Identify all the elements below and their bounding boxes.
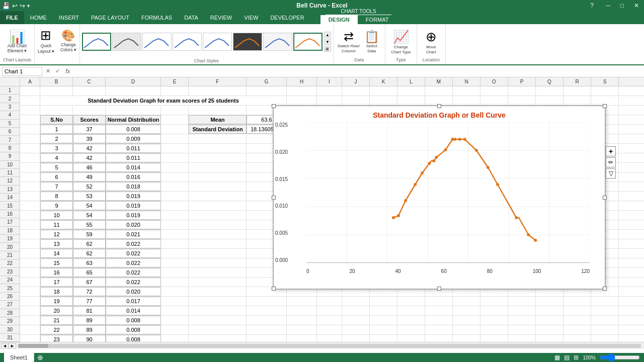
move-chart-btn[interactable]: ⊕ MoveChart bbox=[420, 26, 442, 57]
add-chart-element-btn[interactable]: 📊 Add ChartElement ▾ bbox=[7, 26, 28, 57]
horizontal-scrollbar[interactable]: ◄ ► bbox=[0, 342, 644, 349]
row-header-24[interactable]: 24 bbox=[0, 276, 20, 284]
row-header-4[interactable]: 4 bbox=[0, 111, 20, 119]
chart-style-2[interactable] bbox=[112, 33, 141, 51]
col-a[interactable]: A bbox=[20, 77, 40, 86]
chart-style-5[interactable] bbox=[203, 33, 232, 51]
tab-developer[interactable]: DEVELOPER bbox=[264, 11, 310, 24]
col-n[interactable]: N bbox=[453, 77, 480, 86]
tab-design[interactable]: DESIGN bbox=[320, 15, 358, 24]
add-sheet-btn[interactable]: ⊕ bbox=[34, 353, 46, 361]
row-header-15[interactable]: 15 bbox=[0, 202, 20, 210]
change-chart-type-btn[interactable]: 📈 ChangeChart Type bbox=[388, 26, 414, 57]
tab-home[interactable]: HOME bbox=[24, 11, 53, 24]
close-btn[interactable]: ✕ bbox=[629, 2, 644, 9]
select-data-btn[interactable]: 📋 SelectData bbox=[362, 29, 382, 54]
chart-handle-tc[interactable] bbox=[437, 104, 441, 108]
chart-filter-btn[interactable]: ▽ bbox=[606, 168, 616, 178]
scroll-left-btn[interactable]: ◄ bbox=[1, 343, 9, 349]
chart-styles-scroll-up[interactable]: ▲ bbox=[324, 32, 331, 38]
chart-handle-tl[interactable] bbox=[272, 104, 276, 108]
zoom-slider[interactable] bbox=[600, 355, 640, 360]
row-header-16[interactable]: 16 bbox=[0, 210, 20, 218]
minimize-btn[interactable]: ─ bbox=[601, 2, 615, 9]
col-e[interactable]: E bbox=[161, 77, 189, 86]
row-header-3[interactable]: 3 bbox=[0, 103, 20, 111]
sheet-tab-sheet1[interactable]: Sheet1 bbox=[4, 353, 34, 362]
row-header-20[interactable]: 20 bbox=[0, 243, 20, 251]
chart-handle-tr[interactable] bbox=[603, 104, 607, 108]
row-header-21[interactable]: 21 bbox=[0, 251, 20, 259]
chart-container[interactable]: Standard Deviation Graph or Bell Curve 0… bbox=[273, 106, 605, 289]
row-header-25[interactable]: 25 bbox=[0, 284, 20, 292]
col-f[interactable]: F bbox=[189, 77, 247, 86]
switch-row-column-btn[interactable]: ⇄ Switch Row/Column bbox=[337, 29, 361, 54]
row-header-26[interactable]: 26 bbox=[0, 293, 20, 301]
change-colors-btn[interactable]: 🎨 ChangeColors ▾ bbox=[59, 26, 77, 55]
tab-formulas[interactable]: FORMULAS bbox=[135, 11, 178, 24]
row-header-22[interactable]: 22 bbox=[0, 259, 20, 267]
row-header-19[interactable]: 19 bbox=[0, 235, 20, 243]
col-j[interactable]: J bbox=[342, 77, 370, 86]
row-header-28[interactable]: 28 bbox=[0, 309, 20, 317]
view-page-break-btn[interactable]: ⊞ bbox=[574, 354, 579, 361]
row-header-18[interactable]: 18 bbox=[0, 227, 20, 235]
col-g[interactable]: G bbox=[247, 77, 287, 86]
col-m[interactable]: M bbox=[425, 77, 453, 86]
col-h[interactable]: H bbox=[287, 77, 317, 86]
chart-handle-ml[interactable] bbox=[272, 196, 276, 200]
row-header-8[interactable]: 8 bbox=[0, 144, 20, 152]
chart-style-6[interactable] bbox=[233, 33, 262, 51]
tab-insert[interactable]: INSERT bbox=[53, 11, 85, 24]
col-p[interactable]: P bbox=[508, 77, 536, 86]
formula-bar-cancel[interactable]: ✕ bbox=[44, 68, 52, 74]
chart-style-3[interactable] bbox=[142, 33, 172, 51]
chart-style-1[interactable] bbox=[82, 33, 111, 51]
tab-page-layout[interactable]: PAGE LAYOUT bbox=[85, 11, 135, 24]
chart-style-7[interactable] bbox=[263, 33, 292, 51]
row-header-27[interactable]: 27 bbox=[0, 301, 20, 309]
tab-file[interactable]: FILE bbox=[0, 11, 24, 24]
help-icon[interactable]: ? bbox=[590, 2, 594, 9]
scrollbar-track[interactable] bbox=[18, 344, 641, 348]
col-q[interactable]: Q bbox=[536, 77, 564, 86]
row-header-9[interactable]: 9 bbox=[0, 152, 20, 160]
tab-data[interactable]: DATA bbox=[178, 11, 204, 24]
view-layout-btn[interactable]: ▤ bbox=[564, 354, 570, 361]
col-d[interactable]: D bbox=[106, 77, 161, 86]
scroll-right-btn[interactable]: ► bbox=[9, 343, 16, 349]
chart-style-btn[interactable]: ✏ bbox=[606, 157, 616, 167]
row-header-6[interactable]: 6 bbox=[0, 128, 20, 136]
col-o[interactable]: O bbox=[480, 77, 508, 86]
chart-style-8[interactable] bbox=[293, 33, 323, 51]
col-c[interactable]: C bbox=[73, 77, 106, 86]
col-l[interactable]: L bbox=[397, 77, 425, 86]
row-header-1[interactable]: 1 bbox=[0, 86, 20, 95]
row-header-12[interactable]: 12 bbox=[0, 177, 20, 185]
view-normal-btn[interactable]: ▦ bbox=[554, 354, 560, 361]
chart-add-element-btn[interactable]: + bbox=[606, 146, 616, 156]
chart-handle-bc[interactable] bbox=[437, 287, 441, 291]
customize-qat-icon[interactable]: ▾ bbox=[27, 3, 30, 9]
maximize-btn[interactable]: □ bbox=[615, 2, 629, 9]
col-s[interactable]: S bbox=[591, 77, 619, 86]
row-header-5[interactable]: 5 bbox=[0, 120, 20, 128]
col-k[interactable]: K bbox=[370, 77, 397, 86]
row-header-31[interactable]: 31 bbox=[0, 334, 20, 342]
row-header-17[interactable]: 17 bbox=[0, 218, 20, 226]
row-header-30[interactable]: 30 bbox=[0, 325, 20, 333]
tab-format[interactable]: FORMAT bbox=[358, 15, 397, 24]
redo-icon[interactable]: ↪ bbox=[20, 2, 25, 10]
chart-handle-br[interactable] bbox=[603, 287, 607, 291]
row-header-29[interactable]: 29 bbox=[0, 317, 20, 325]
row-header-14[interactable]: 14 bbox=[0, 194, 20, 202]
chart-styles-scroll-down[interactable]: ▼ bbox=[324, 39, 331, 45]
tab-view[interactable]: VIEW bbox=[238, 11, 264, 24]
row-header-10[interactable]: 10 bbox=[0, 161, 20, 169]
row-header-13[interactable]: 13 bbox=[0, 186, 20, 194]
chart-style-4[interactable] bbox=[173, 33, 202, 51]
row-header-7[interactable]: 7 bbox=[0, 136, 20, 144]
save-icon[interactable]: 💾 bbox=[2, 2, 10, 10]
chart-styles-more[interactable]: ⊞ bbox=[324, 46, 331, 52]
undo-icon[interactable]: ↩ bbox=[12, 2, 18, 10]
